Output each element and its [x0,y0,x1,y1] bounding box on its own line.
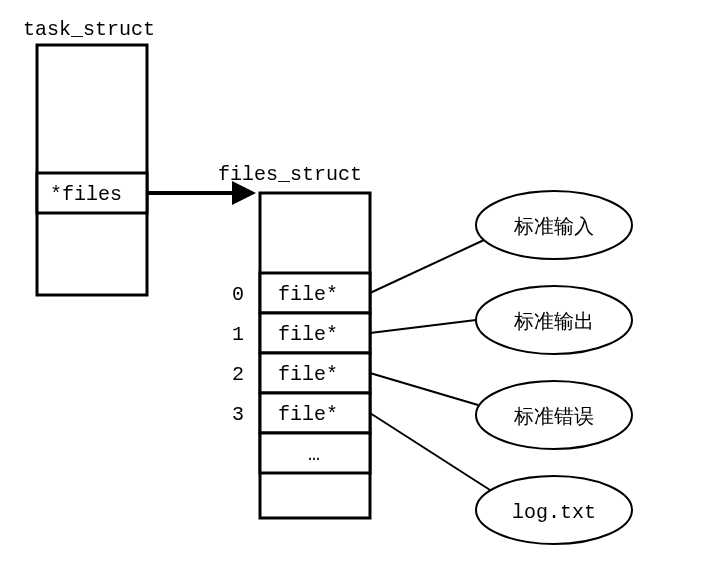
fd-index-2: 2 [232,363,244,386]
fd-entry-ellipsis: … [308,443,320,466]
files-field-label: *files [50,183,122,206]
fd-entry-0: file* [278,283,338,306]
fd-index-3: 3 [232,403,244,426]
line-fd3-logtxt [370,413,490,490]
fd-entry-2: file* [278,363,338,386]
label-logtxt: log.txt [512,501,596,524]
task-struct-title: task_struct [23,18,155,41]
line-fd0-stdin [370,240,484,293]
task-struct-box [37,45,147,295]
line-fd2-stderr [370,373,478,405]
fd-entry-3: file* [278,403,338,426]
file-descriptor-diagram: task_struct *files files_struct 0 file* … [0,0,718,576]
line-fd1-stdout [370,320,476,333]
label-stdout: 标准输出 [513,311,594,334]
label-stdin: 标准输入 [513,216,594,239]
files-struct-title: files_struct [218,163,362,186]
fd-entry-1: file* [278,323,338,346]
fd-index-0: 0 [232,283,244,306]
fd-index-1: 1 [232,323,244,346]
label-stderr: 标准错误 [513,406,594,429]
